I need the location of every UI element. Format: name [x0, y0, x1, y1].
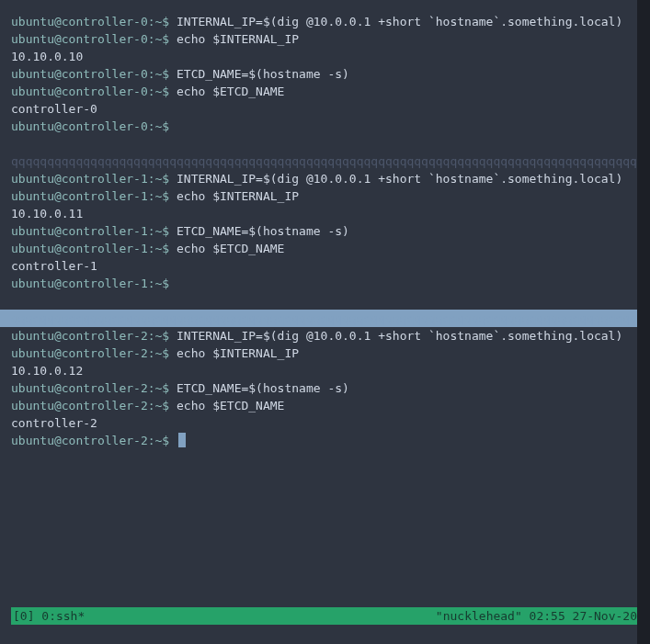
shell-prompt: ubuntu@controller-1:~$	[11, 224, 169, 238]
shell-prompt: ubuntu@controller-2:~$	[11, 329, 169, 343]
shell-command: ETCD_NAME=$(hostname -s)	[177, 67, 349, 81]
shell-output: 10.10.0.11	[11, 205, 639, 222]
terminal-line: ubuntu@controller-0:~$ echo $INTERNAL_IP	[11, 30, 639, 48]
terminal-line: ubuntu@controller-2:~$ INTERNAL_IP=$(dig…	[11, 327, 639, 345]
shell-prompt: ubuntu@controller-2:~$	[11, 381, 169, 395]
terminal-line: ubuntu@controller-1:~$ echo $INTERNAL_IP	[11, 187, 639, 205]
status-left: [0] 0:ssh*	[13, 607, 85, 625]
shell-command: echo $INTERNAL_IP	[177, 32, 299, 46]
cursor-icon	[178, 433, 186, 447]
shell-command: INTERNAL_IP=$(dig @10.0.0.1 +short `host…	[177, 172, 622, 186]
shell-output: controller-1	[11, 257, 639, 275]
shell-command: echo $INTERNAL_IP	[177, 346, 299, 360]
pane-divider-active[interactable]: qqqqqqqqqqqqqqqqqqqqqqqqqqqqqqqqqqqqqqqq…	[0, 310, 650, 327]
shell-prompt: ubuntu@controller-1:~$	[11, 189, 169, 203]
shell-command: echo $ETCD_NAME	[177, 85, 284, 98]
shell-output: controller-0	[11, 100, 639, 118]
shell-command: echo $ETCD_NAME	[177, 242, 284, 255]
shell-prompt: ubuntu@controller-2:~$	[11, 346, 169, 360]
terminal-line: ubuntu@controller-0:~$ echo $ETCD_NAME	[11, 83, 639, 100]
tmux-pane-0[interactable]: ubuntu@controller-0:~$ INTERNAL_IP=$(dig…	[11, 13, 639, 135]
terminal-line: ubuntu@controller-2:~$ echo $INTERNAL_IP	[11, 345, 639, 362]
shell-prompt: ubuntu@controller-0:~$	[11, 85, 169, 98]
shell-output: 10.10.0.12	[11, 362, 639, 379]
shell-prompt: ubuntu@controller-0:~$	[11, 67, 169, 81]
shell-command: echo $ETCD_NAME	[177, 399, 284, 412]
shell-prompt: ubuntu@controller-0:~$	[11, 119, 169, 133]
shell-command: INTERNAL_IP=$(dig @10.0.0.1 +short `host…	[177, 15, 622, 28]
shell-prompt: ubuntu@controller-0:~$	[11, 15, 169, 28]
terminal-line: ubuntu@controller-1:~$ ETCD_NAME=$(hostn…	[11, 222, 639, 240]
shell-prompt: ubuntu@controller-2:~$	[11, 434, 169, 447]
shell-command: echo $INTERNAL_IP	[177, 189, 299, 203]
shell-prompt: ubuntu@controller-0:~$	[11, 32, 169, 46]
terminal-line: ubuntu@controller-2:~$ echo $ETCD_NAME	[11, 397, 639, 414]
terminal-line: ubuntu@controller-1:~$ echo $ETCD_NAME	[11, 240, 639, 257]
terminal-line: ubuntu@controller-0:~$	[11, 118, 639, 135]
shell-command: ETCD_NAME=$(hostname -s)	[177, 381, 349, 395]
blank-line	[11, 135, 639, 153]
shell-prompt: ubuntu@controller-2:~$	[11, 399, 169, 412]
terminal-window[interactable]: ubuntu@controller-0:~$ INTERNAL_IP=$(dig…	[0, 0, 650, 644]
scrollbar[interactable]	[637, 0, 650, 644]
shell-prompt: ubuntu@controller-1:~$	[11, 242, 169, 255]
terminal-line: ubuntu@controller-0:~$ INTERNAL_IP=$(dig…	[11, 13, 639, 30]
tmux-pane-1[interactable]: ubuntu@controller-1:~$ INTERNAL_IP=$(dig…	[11, 170, 639, 292]
tmux-status-bar[interactable]: [0] 0:ssh* "nucklehead" 02:55 27-Nov-20	[11, 607, 639, 625]
shell-output: controller-2	[11, 414, 639, 432]
terminal-line: ubuntu@controller-2:~$ ETCD_NAME=$(hostn…	[11, 379, 639, 397]
blank-line	[11, 292, 639, 310]
shell-command: INTERNAL_IP=$(dig @10.0.0.1 +short `host…	[177, 329, 622, 343]
terminal-line: ubuntu@controller-0:~$ ETCD_NAME=$(hostn…	[11, 65, 639, 83]
tmux-pane-2[interactable]: ubuntu@controller-2:~$ INTERNAL_IP=$(dig…	[11, 327, 639, 449]
shell-prompt: ubuntu@controller-1:~$	[11, 277, 169, 290]
pane-divider-inactive[interactable]: qqqqqqqqqqqqqqqqqqqqqqqqqqqqqqqqqqqqqqqq…	[11, 153, 639, 170]
terminal-line: ubuntu@controller-2:~$	[11, 432, 639, 449]
terminal-line: ubuntu@controller-1:~$ INTERNAL_IP=$(dig…	[11, 170, 639, 187]
shell-output: 10.10.0.10	[11, 48, 639, 65]
shell-prompt: ubuntu@controller-1:~$	[11, 172, 169, 186]
terminal-line: ubuntu@controller-1:~$	[11, 275, 639, 292]
shell-command: ETCD_NAME=$(hostname -s)	[177, 224, 349, 238]
status-right: "nucklehead" 02:55 27-Nov-20	[436, 607, 637, 625]
